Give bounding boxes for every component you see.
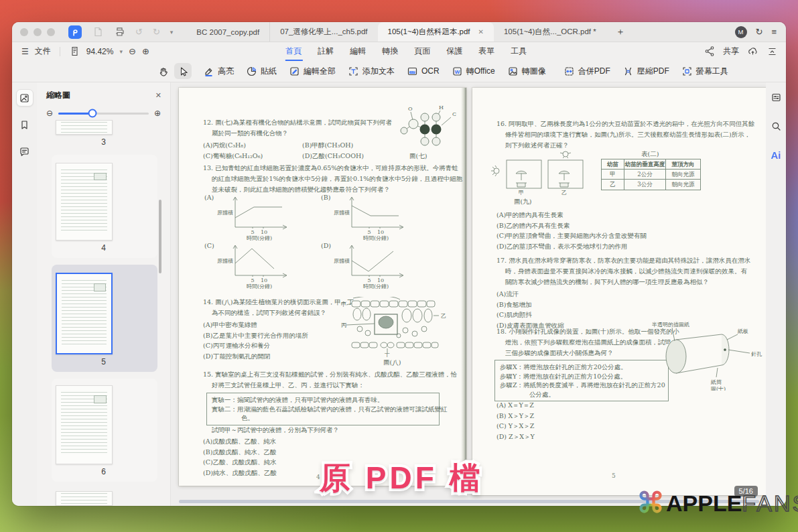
- thumbnails-icon: [19, 92, 30, 104]
- sticker-tool[interactable]: 貼紙: [240, 63, 283, 79]
- close-window-button[interactable]: [20, 28, 28, 36]
- ribbon-tab-annotate[interactable]: 註解: [317, 42, 334, 61]
- left-sidebar-rail: [12, 82, 37, 506]
- cloud-upload-icon[interactable]: [747, 46, 758, 57]
- thumbnail-page-3[interactable]: [56, 120, 113, 135]
- text-line: 實驗一：搧聞試管內的液體，只有甲試管內的液體具有香味。: [212, 395, 434, 405]
- to-office-tool[interactable]: W 轉Office: [446, 63, 501, 79]
- thumbnail-page-5[interactable]: [56, 273, 113, 354]
- panel-scrollbar[interactable]: [159, 200, 161, 273]
- graph-ylabel: 原體積: [334, 258, 350, 264]
- to-image-tool[interactable]: 轉圖像: [501, 63, 552, 79]
- bookmarks-panel-button[interactable]: [16, 116, 34, 133]
- graph-xlabel: 時間(分鐘): [247, 283, 272, 289]
- molecule-diagram: H C O: [395, 104, 464, 153]
- select-tool-button[interactable]: [174, 63, 192, 79]
- sync-icon[interactable]: ↻: [756, 27, 763, 37]
- graph-tick: 10: [261, 229, 267, 235]
- question-16-options: (A)甲的體內具有生長素(B)乙的體內不具有生長素(C)甲的莖頂會彎曲，主要與細…: [496, 210, 647, 251]
- tool-label: 轉Office: [466, 66, 495, 77]
- zoom-level-value[interactable]: 94.42%: [86, 47, 114, 56]
- minimize-window-button[interactable]: [34, 28, 42, 36]
- new-document-icon[interactable]: [92, 26, 104, 38]
- compress-pdf-tool[interactable]: 壓縮PDF: [616, 63, 675, 79]
- option: (B)食慾增加: [496, 300, 564, 310]
- comments-panel-button[interactable]: [16, 143, 34, 160]
- text-line: 實驗二：用潮濕的藍色石蕊試紙檢驗試管內的液體，只有乙試管的液體可讓試紙變紅: [212, 405, 434, 414]
- thumbnail-zoom-slider[interactable]: [58, 113, 149, 115]
- undo-icon[interactable]: ↺: [135, 27, 143, 36]
- hand-tool-button[interactable]: [154, 63, 172, 79]
- option: (D)乙酸(CH₃COOH): [302, 151, 364, 161]
- document-tab-active[interactable]: 105(1~4)自然科題本.pdf ✕: [378, 22, 494, 42]
- slider-zoom-in-icon[interactable]: ⊕: [154, 109, 161, 118]
- tab-label: BC 2007_copy.pdf: [196, 28, 259, 36]
- ocr-tool[interactable]: OCR OCR: [401, 63, 446, 79]
- zoom-out-button[interactable]: ⊖: [129, 46, 136, 56]
- tool-label: 螢幕工具: [696, 66, 728, 77]
- leaf-mark: 丁: [384, 352, 390, 357]
- redo-icon[interactable]: ↻: [153, 27, 160, 36]
- text-line: 16. 阿明取甲、乙兩株長度均為1公分的大豆幼苗置於不透光的箱中，在光照方向不同…: [496, 119, 754, 129]
- question-18-options: (A) X＝Y＝Z(B) X＞Y＞Z(C) Y＞X＞Z(D) Z＞X＞Y: [496, 400, 535, 442]
- zoom-window-button[interactable]: [47, 28, 55, 36]
- ribbon-tab-page[interactable]: 頁面: [413, 42, 431, 61]
- thumbnail-page-6[interactable]: [56, 385, 113, 464]
- thumbnails-panel-button[interactable]: [16, 89, 34, 107]
- new-tab-button[interactable]: ＋: [606, 22, 635, 42]
- traffic-lights: [20, 22, 55, 42]
- properties-panel-icon[interactable]: [771, 92, 782, 103]
- share-icon[interactable]: [704, 46, 715, 57]
- thumbnail-page-4[interactable]: [56, 163, 113, 241]
- highlight-tool[interactable]: 高亮: [197, 63, 240, 79]
- app-menu-icon[interactable]: ≡: [771, 27, 777, 37]
- graph-label: (A): [204, 194, 214, 201]
- document-tab[interactable]: BC 2007_copy.pdf: [186, 22, 269, 42]
- ocr-icon: OCR: [407, 66, 418, 77]
- ribbon-tab-home[interactable]: 首頁: [285, 42, 302, 61]
- figure-8-label: 圖(八): [383, 358, 401, 367]
- share-button[interactable]: 共享: [723, 46, 739, 57]
- brand-name-light: FANS: [742, 490, 798, 517]
- print-icon[interactable]: [114, 26, 125, 38]
- edit-all-tool[interactable]: 編輯全部: [283, 63, 342, 79]
- ribbon-tab-protect[interactable]: 保護: [446, 42, 463, 61]
- search-icon[interactable]: [771, 121, 782, 132]
- option: (C)葡萄糖(C₆H₁₂O₆): [203, 151, 302, 161]
- slider-knob[interactable]: [88, 109, 97, 118]
- tool-label: 合併PDF: [578, 66, 610, 77]
- ribbon-tab-edit[interactable]: 編輯: [349, 42, 367, 61]
- ai-assistant-icon[interactable]: Ai: [771, 149, 781, 161]
- leaf-mark: 甲: [341, 302, 346, 308]
- pdf-app-window: ↺ ↻ ▾ BC 2007_copy.pdf 07_選修化學上..._ch5.p…: [12, 22, 786, 506]
- tab-close-icon[interactable]: ✕: [478, 28, 484, 36]
- slider-zoom-out-icon[interactable]: ⊖: [46, 109, 53, 118]
- text-line: 試問甲～丙試管中的液體，分別為下列何者？: [212, 425, 339, 436]
- zoom-caret-icon[interactable]: ▾: [119, 48, 123, 55]
- thumbnail-page-number: 5: [37, 357, 170, 367]
- thumbnail-page-7[interactable]: [56, 491, 113, 506]
- ribbon-tab-form[interactable]: 表單: [478, 42, 495, 61]
- box-label: 甲: [519, 190, 524, 195]
- document-tab[interactable]: 07_選修化學上..._ch5.pdf: [269, 22, 377, 42]
- history-caret-icon[interactable]: ▾: [170, 29, 174, 36]
- ribbon-tab-tools[interactable]: 工具: [510, 42, 527, 61]
- question-12-options: (A)丙烷(C₃H₈)(B)甲醇(CH₃OH)(C)葡萄糖(C₆H₁₂O₆)(D…: [203, 140, 364, 161]
- zoom-in-button[interactable]: ⊕: [142, 46, 149, 56]
- merge-pdf-tool[interactable]: 合併PDF: [557, 63, 616, 79]
- account-avatar[interactable]: M: [735, 26, 747, 38]
- question-14-text: 14. 圖(八)為某陸生植物葉片的橫切面示意圖，甲～丁為不同的構造，試問下列敘述…: [203, 297, 354, 318]
- document-tab[interactable]: 105(1~4)自然..._OCR.pdf *: [494, 22, 606, 42]
- add-text-tool[interactable]: 添加文本: [342, 63, 401, 79]
- panel-close-icon[interactable]: ✕: [155, 91, 161, 100]
- word-convert-icon: W: [452, 66, 463, 77]
- page-view-icon[interactable]: [69, 46, 80, 57]
- text-line: 屬於同一類的有機化合物？: [203, 128, 392, 139]
- graph-option-d: (D) 原體積 5 10 時間(分鐘): [321, 242, 428, 290]
- text-line: 為不同的構造，試問下列敘述何者錯誤？: [203, 308, 354, 318]
- collapse-toolbar-icon[interactable]: [767, 46, 778, 57]
- screen-tools-tool[interactable]: 螢幕工具: [675, 63, 734, 79]
- ribbon-tab-convert[interactable]: 轉換: [381, 42, 399, 61]
- option: (D)乙的莖頂不彎曲，表示不受地球引力的作用: [496, 241, 647, 252]
- file-menu-button[interactable]: 文件: [35, 46, 51, 57]
